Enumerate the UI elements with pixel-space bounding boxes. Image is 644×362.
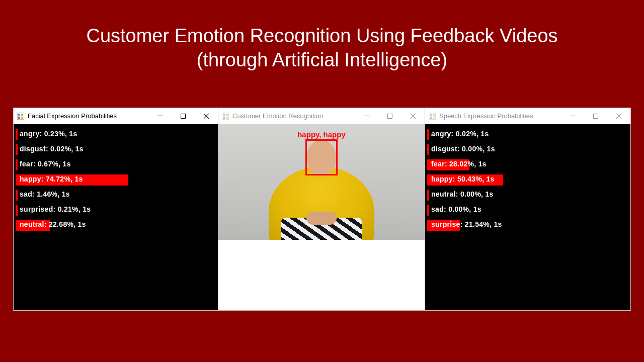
prob-label: angry: 0.23%, 1s — [20, 130, 77, 138]
svg-rect-2 — [21, 114, 23, 116]
titlebar-facial[interactable]: Facial Expression Probabilities — [14, 108, 218, 124]
face-detection-box — [305, 139, 338, 175]
titlebar-speech[interactable]: Speech Expression Probabilities — [425, 108, 630, 124]
titlebar-speech-text: Speech Expression Probabilities — [439, 112, 533, 120]
facial-prob-panel: angry: 0.23%, 1sdisgust: 0.02%, 1sfear: … — [14, 124, 218, 310]
prob-label: fear: 0.67%, 1s — [20, 160, 71, 168]
slide-title-line1: Customer Emotion Recognition Using Feedb… — [86, 25, 557, 46]
svg-rect-18 — [433, 117, 435, 119]
window-facial-probs: Facial Expression Probabilities angry: 0… — [13, 108, 218, 311]
face-detection-label: happy, happy — [297, 130, 346, 139]
prob-label: disgust: 0.00%, 1s — [431, 145, 495, 153]
prob-label: surprise: 21.54%, 1s — [431, 220, 502, 228]
prob-bar — [427, 129, 429, 140]
maximize-button[interactable] — [378, 108, 401, 124]
maximize-button[interactable] — [172, 108, 195, 124]
prob-row: neutral: 22.68%, 1s — [16, 220, 216, 231]
window-video: Customer Emotion Recognition happy, happ… — [218, 108, 425, 311]
svg-rect-11 — [226, 117, 228, 119]
prob-label: sad: 0.00%, 1s — [431, 205, 481, 213]
prob-row: fear: 0.67%, 1s — [16, 159, 216, 170]
svg-rect-16 — [433, 114, 435, 116]
prob-row: fear: 28.02%, 1s — [427, 159, 628, 170]
prob-row: surprise: 21.54%, 1s — [427, 220, 628, 231]
app-icon — [17, 112, 25, 120]
window-speech-probs: Speech Expression Probabilities angry: 0… — [425, 108, 631, 311]
speech-prob-panel: angry: 0.02%, 1sdisgust: 0.00%, 1sfear: … — [425, 124, 630, 310]
prob-bar — [427, 144, 429, 155]
prob-bar — [16, 190, 18, 201]
prob-row: sad: 0.00%, 1s — [427, 205, 628, 216]
prob-label: neutral: 22.68%, 1s — [20, 220, 86, 228]
prob-bar — [427, 205, 429, 216]
minimize-button[interactable] — [561, 108, 584, 124]
svg-rect-3 — [18, 117, 20, 119]
app-icon — [428, 112, 436, 120]
prob-label: neutral: 0.00%, 1s — [431, 190, 494, 198]
prob-row: sad: 1.46%, 1s — [16, 190, 216, 201]
prob-row: surprised: 0.21%, 1s — [16, 205, 216, 216]
prob-row: disgust: 0.00%, 1s — [427, 144, 628, 155]
svg-rect-15 — [430, 114, 432, 116]
windows-row: Facial Expression Probabilities angry: 0… — [13, 108, 631, 311]
prob-bar — [16, 205, 18, 216]
prob-row: angry: 0.23%, 1s — [16, 129, 216, 140]
video-area: happy, happy — [218, 124, 425, 310]
close-button[interactable] — [195, 108, 218, 124]
prob-bar — [427, 190, 429, 201]
prob-bar — [16, 144, 18, 155]
person-hands — [306, 212, 337, 225]
prob-row: happy: 50.43%, 1s — [427, 174, 628, 186]
titlebar-video[interactable]: Customer Emotion Recognition — [218, 108, 425, 124]
prob-row: angry: 0.02%, 1s — [427, 129, 628, 140]
video-frame: happy, happy — [218, 124, 425, 240]
svg-rect-17 — [430, 117, 432, 119]
prob-row: disgust: 0.02%, 1s — [16, 144, 216, 155]
prob-row: neutral: 0.00%, 1s — [427, 190, 628, 201]
prob-bar — [16, 129, 18, 140]
prob-label: angry: 0.02%, 1s — [431, 130, 489, 138]
close-button[interactable] — [401, 108, 425, 124]
prob-bar — [16, 159, 18, 170]
svg-rect-9 — [226, 114, 228, 116]
titlebar-facial-text: Facial Expression Probabilities — [28, 112, 117, 120]
prob-label: surprised: 0.21%, 1s — [20, 205, 91, 213]
slide-title: Customer Emotion Recognition Using Feedb… — [0, 0, 644, 72]
prob-row: happy: 74.72%, 1s — [16, 174, 216, 186]
app-icon — [221, 112, 229, 120]
prob-label: happy: 74.72%, 1s — [20, 175, 83, 183]
close-button[interactable] — [607, 108, 630, 124]
svg-rect-8 — [223, 114, 225, 116]
svg-rect-4 — [21, 117, 23, 119]
svg-rect-1 — [18, 114, 20, 116]
svg-rect-10 — [223, 117, 225, 119]
slide-title-line2: (through Artificial Intelligence) — [197, 49, 447, 70]
prob-label: disgust: 0.02%, 1s — [20, 145, 84, 153]
prob-label: sad: 1.46%, 1s — [20, 190, 70, 198]
minimize-button[interactable] — [355, 108, 378, 124]
prob-label: happy: 50.43%, 1s — [431, 175, 495, 183]
titlebar-video-text: Customer Emotion Recognition — [232, 112, 323, 120]
minimize-button[interactable] — [148, 108, 172, 124]
maximize-button[interactable] — [584, 108, 607, 124]
prob-label: fear: 28.02%, 1s — [431, 160, 487, 168]
